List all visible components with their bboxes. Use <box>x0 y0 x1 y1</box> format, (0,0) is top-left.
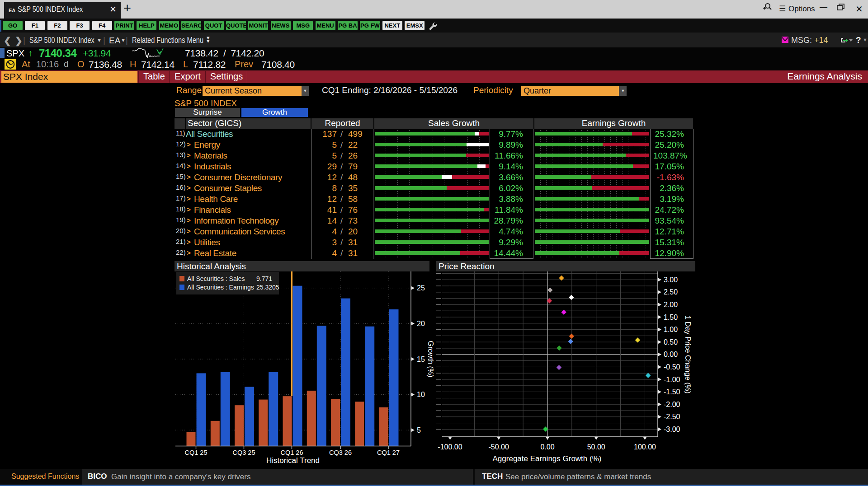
svg-text:1.00: 1.00 <box>664 326 678 333</box>
svg-text:25.3205: 25.3205 <box>256 284 279 291</box>
svg-text:-0.50: -0.50 <box>664 363 680 371</box>
svg-text:Historical Trend: Historical Trend <box>266 456 320 465</box>
svg-text:2.00: 2.00 <box>664 301 678 308</box>
svg-text:50.00: 50.00 <box>587 443 605 451</box>
svg-text:-1.00: -1.00 <box>664 376 680 383</box>
svg-text:3.00: 3.00 <box>664 276 678 284</box>
svg-text:CQ3 25: CQ3 25 <box>233 449 255 456</box>
svg-text:0.50: 0.50 <box>664 338 678 346</box>
svg-text:CQ1 27: CQ1 27 <box>377 449 400 456</box>
svg-text:-100.00: -100.00 <box>438 443 462 451</box>
svg-text:CQ3 26: CQ3 26 <box>329 449 352 456</box>
svg-text:1.50: 1.50 <box>664 313 678 321</box>
svg-text:All Securities : Sales: All Securities : Sales <box>187 275 245 282</box>
svg-text:1 Day Price Change (%): 1 Day Price Change (%) <box>684 316 692 394</box>
svg-text:-3.00: -3.00 <box>664 425 680 433</box>
svg-text:0.00: 0.00 <box>540 443 554 451</box>
svg-text:20: 20 <box>417 320 425 327</box>
svg-text:10: 10 <box>417 391 425 398</box>
svg-text:5: 5 <box>417 426 421 434</box>
svg-text:Aggregate Earnings Growth (%): Aggregate Earnings Growth (%) <box>493 454 602 463</box>
svg-text:-1.50: -1.50 <box>664 388 680 396</box>
svg-text:15: 15 <box>417 355 425 363</box>
svg-text:100.00: 100.00 <box>634 443 656 451</box>
svg-text:CQ1 26: CQ1 26 <box>281 449 303 456</box>
svg-text:CQ1 25: CQ1 25 <box>185 449 208 456</box>
svg-text:25: 25 <box>417 284 425 292</box>
svg-text:-50.00: -50.00 <box>489 443 509 451</box>
svg-text:0.00: 0.00 <box>664 350 678 358</box>
svg-text:Growth (%): Growth (%) <box>427 341 434 378</box>
svg-text:-2.00: -2.00 <box>664 401 680 408</box>
svg-text:2.50: 2.50 <box>664 288 678 296</box>
svg-text:-2.50: -2.50 <box>664 413 680 421</box>
svg-text:All Securities : Earnings: All Securities : Earnings <box>187 284 254 291</box>
svg-text:9.771: 9.771 <box>256 275 272 282</box>
